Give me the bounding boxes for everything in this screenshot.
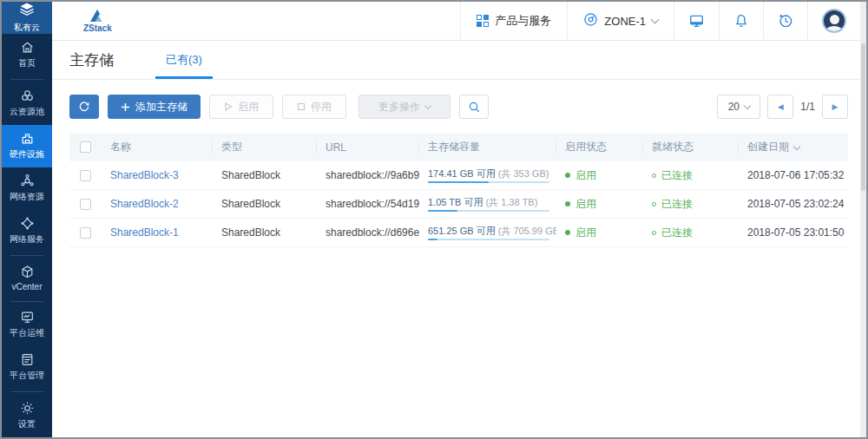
avatar	[822, 9, 846, 33]
capacity-available: 651.25 GB 可用	[428, 226, 496, 236]
page-title: 主存储	[69, 50, 114, 70]
select-all-checkbox[interactable]	[80, 141, 91, 153]
storage-url: sharedblock://d696e58...	[317, 226, 419, 239]
row-checkbox[interactable]	[80, 170, 91, 181]
sidebar-item-settings[interactable]: 设置	[2, 395, 52, 437]
storage-name-link[interactable]: SharedBlock-1	[110, 226, 179, 239]
settings-icon	[20, 401, 35, 416]
platform-mgmt-icon	[20, 352, 35, 367]
storage-capacity: 174.41 GB 可用 (共 353 GB)	[419, 168, 556, 183]
col-created[interactable]: 创建日期	[739, 141, 848, 154]
storage-name-link[interactable]: SharedBlock-3	[110, 169, 179, 181]
sidebar-item-hardware[interactable]: 硬件设施	[2, 125, 52, 167]
row-checkbox[interactable]	[80, 199, 91, 210]
enabled-dot-icon	[565, 173, 570, 178]
topbar-right: 产品与服务 ZONE-1	[460, 2, 860, 40]
zone-label: ZONE-1	[604, 15, 646, 28]
capacity-bar	[428, 210, 549, 212]
home-icon	[20, 40, 35, 55]
sidebar-logo[interactable]: 私有云	[2, 2, 52, 34]
storage-type: SharedBlock	[213, 198, 317, 210]
scrollbar-thumb[interactable]	[861, 43, 865, 191]
sidebar-item-label: 设置	[18, 418, 36, 430]
prev-page-button[interactable]: ◀	[767, 95, 793, 119]
sidebar-item-network-service[interactable]: 网络服务	[2, 210, 52, 252]
bell-icon	[733, 13, 749, 29]
vcenter-icon	[20, 265, 35, 279]
notifications-button[interactable]	[719, 2, 763, 40]
content-area: ZStack 产品与服务 ZONE-1	[52, 2, 866, 437]
enable-state: 启用	[556, 197, 643, 212]
console-button[interactable]	[674, 2, 719, 40]
play-icon	[224, 102, 233, 111]
capacity-total: (共 353 GB)	[498, 168, 549, 179]
sidebar-item-network-resource[interactable]: 网络资源	[2, 167, 52, 210]
sidebar-item-platform-ops[interactable]: 平台运维	[2, 304, 52, 346]
created-date: 2018-07-05 23:02:24	[739, 198, 848, 210]
cloud-pool-icon	[20, 88, 35, 103]
capacity-bar-used	[428, 210, 457, 212]
capacity-bar-used	[428, 239, 437, 240]
search-button[interactable]	[459, 95, 489, 119]
tab-existing[interactable]: 已有(3)	[162, 41, 206, 79]
enable-button[interactable]: 启用	[209, 95, 273, 119]
ready-state: 已连接	[643, 197, 739, 212]
sidebar-item-cloud-pool[interactable]: 云资源池	[2, 82, 52, 125]
sidebar-divider	[10, 255, 43, 256]
search-icon	[468, 101, 481, 114]
products-grid-icon	[477, 15, 489, 27]
tab-existing-label: 已有(3)	[166, 52, 202, 68]
chevron-down-icon	[744, 102, 751, 108]
sidebar-item-platform-mgmt[interactable]: 平台管理	[2, 346, 52, 389]
col-name[interactable]: 名称	[102, 141, 213, 154]
col-capacity[interactable]: 主存储容量	[419, 141, 556, 154]
top-header: ZStack 产品与服务 ZONE-1	[52, 2, 860, 41]
page-size-select[interactable]: 20	[717, 95, 760, 119]
sidebar-item-label: 网络服务	[10, 233, 44, 246]
table-row: SharedBlock-3 SharedBlock sharedblock://…	[69, 161, 848, 190]
next-page-button[interactable]: ▶	[822, 95, 848, 119]
storage-name-link[interactable]: SharedBlock-2	[110, 198, 179, 210]
toolbar: 添加主存储 启用 停用 更多操作	[52, 80, 860, 131]
chevron-down-icon	[651, 16, 660, 24]
tab-active-underline	[155, 76, 213, 79]
col-url[interactable]: URL	[317, 141, 419, 154]
plus-icon	[121, 102, 130, 112]
capacity-available: 1.05 TB 可用	[428, 197, 483, 207]
col-enable-state[interactable]: 启用状态	[556, 141, 643, 154]
sidebar-item-home[interactable]: 首页	[2, 34, 52, 76]
layers-icon	[18, 2, 36, 21]
col-ready-state[interactable]: 就绪状态	[643, 141, 739, 154]
user-menu[interactable]	[807, 2, 860, 40]
sort-chevron-icon	[793, 142, 800, 149]
sidebar-item-label: 平台运维	[10, 327, 44, 339]
disable-button[interactable]: 停用	[282, 95, 346, 119]
operation-history-button[interactable]	[763, 2, 807, 40]
enabled-dot-icon	[565, 230, 570, 235]
enable-button-label: 启用	[238, 100, 259, 115]
connected-dot-icon	[652, 174, 656, 178]
more-actions-label: 更多操作	[378, 100, 420, 115]
zstack-logo: ZStack	[83, 2, 112, 40]
more-actions-button[interactable]: 更多操作	[358, 95, 450, 119]
network-service-icon	[20, 216, 35, 231]
zstack-logo-icon	[89, 9, 106, 23]
network-resource-icon	[20, 174, 35, 188]
storage-capacity: 1.05 TB 可用 (共 1.38 TB)	[419, 197, 556, 212]
brand-name: ZStack	[83, 23, 112, 33]
vertical-scrollbar[interactable]	[860, 2, 866, 437]
capacity-available: 174.41 GB 可用	[428, 168, 496, 179]
products-services-label: 产品与服务	[495, 13, 551, 29]
enable-state: 启用	[556, 226, 643, 240]
table-row: SharedBlock-1 SharedBlock sharedblock://…	[69, 219, 848, 247]
zone-selector[interactable]: ZONE-1	[567, 2, 674, 40]
ready-state: 已连接	[643, 226, 739, 240]
storage-capacity: 651.25 GB 可用 (共 705.99 GB)	[419, 226, 556, 240]
col-type[interactable]: 类型	[213, 141, 317, 154]
products-services-menu[interactable]: 产品与服务	[460, 2, 567, 40]
sidebar-item-vcenter[interactable]: vCenter	[2, 259, 52, 298]
add-primary-storage-button[interactable]: 添加主存储	[108, 95, 201, 119]
refresh-button[interactable]	[69, 95, 99, 119]
row-checkbox[interactable]	[80, 227, 91, 239]
sidebar-item-label: 首页	[18, 57, 36, 69]
